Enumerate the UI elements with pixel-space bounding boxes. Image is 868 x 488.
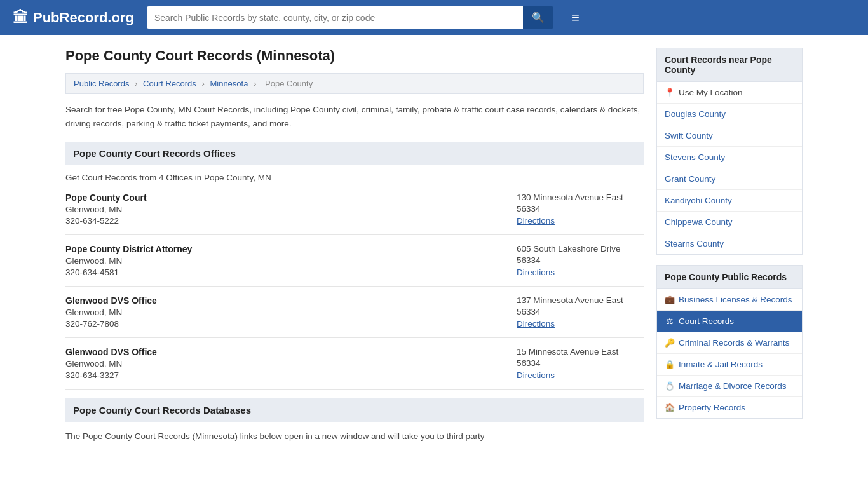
nearby-list-item[interactable]: Stearns County [657, 233, 802, 254]
directions-link[interactable]: Directions [517, 319, 555, 329]
office-zip: 56334 [517, 358, 644, 368]
nearby-label: Swift County [665, 131, 713, 140]
nearby-label: Douglas County [665, 109, 726, 119]
public-records-list-item[interactable]: 🔒Inmate & Jail Records [657, 354, 802, 376]
nearby-label: Grant County [665, 174, 715, 184]
office-phone: 320-762-7808 [65, 319, 157, 329]
content-area: Pope County Court Records (Minnesota) Pu… [65, 48, 644, 444]
office-zip: 56334 [517, 307, 644, 316]
office-address: 137 Minnesota Avenue East [517, 295, 644, 305]
offices-section-header: Pope County Court Records Offices [65, 142, 644, 165]
nearby-list-item[interactable]: 📍Use My Location [657, 82, 802, 104]
office-name: Glenwood DVS Office [65, 295, 157, 306]
sidebar-item-icon: 🔑 [665, 338, 675, 348]
location-icon: 📍 [665, 88, 675, 97]
sidebar-item-icon: ⚖ [665, 316, 675, 326]
offices-sub-desc: Get Court Records from 4 Offices in Pope… [65, 173, 644, 182]
nearby-list-item[interactable]: Grant County [657, 168, 802, 190]
sidebar-item-icon: 🔒 [665, 360, 675, 369]
menu-button[interactable]: ≡ [571, 10, 580, 26]
public-records-list-item[interactable]: 🔑Criminal Records & Warrants [657, 332, 802, 354]
breadcrumb: Public Records › Court Records › Minneso… [65, 73, 644, 94]
office-entry: Pope County District Attorney Glenwood, … [65, 244, 644, 287]
directions-link[interactable]: Directions [517, 370, 555, 380]
nearby-label: Stevens County [665, 152, 725, 162]
main-container: Pope County Court Records (Minnesota) Pu… [53, 35, 815, 456]
page-title: Pope County Court Records (Minnesota) [65, 48, 644, 64]
nearby-list-item[interactable]: Swift County [657, 125, 802, 147]
office-left: Pope County District Attorney Glenwood, … [65, 244, 192, 277]
public-records-list-item[interactable]: ⚖Court Records [657, 311, 802, 332]
nearby-list-item[interactable]: Douglas County [657, 104, 802, 125]
sidebar-item-label: Property Records [679, 403, 745, 412]
office-name: Glenwood DVS Office [65, 347, 157, 357]
sidebar-item-label: Business Licenses & Records [679, 295, 792, 304]
public-records-list-item[interactable]: 💍Marriage & Divorce Records [657, 376, 802, 397]
site-header: 🏛 PubRecord.org 🔍 ≡ [0, 0, 868, 35]
nearby-list-item[interactable]: Stevens County [657, 147, 802, 168]
public-records-list-item[interactable]: 💼Business Licenses & Records [657, 289, 802, 311]
breadcrumb-pope-county: Pope County [265, 79, 313, 88]
office-city: Glenwood, MN [65, 308, 157, 317]
office-zip: 56334 [517, 204, 644, 214]
office-name: Pope County District Attorney [65, 244, 192, 254]
sidebar-item-icon: 🏠 [665, 403, 675, 412]
nearby-list: 📍Use My LocationDouglas CountySwift Coun… [656, 82, 803, 255]
directions-link[interactable]: Directions [517, 268, 555, 277]
logo[interactable]: 🏛 PubRecord.org [13, 9, 134, 27]
office-entry: Pope County Court Glenwood, MN 320-634-5… [65, 193, 644, 235]
logo-text: PubRecord.org [33, 10, 134, 26]
databases-header: Pope County Court Records Databases [65, 398, 644, 422]
office-zip: 56334 [517, 255, 644, 265]
databases-section: Pope County Court Records Databases The … [65, 398, 644, 444]
nearby-label: Stearns County [665, 239, 724, 248]
office-right: 15 Minnesota Avenue East 56334 Direction… [517, 347, 644, 380]
logo-icon: 🏛 [13, 9, 28, 27]
office-right: 605 South Lakeshore Drive 56334 Directio… [517, 244, 644, 277]
office-phone: 320-634-3327 [65, 370, 157, 380]
nearby-label: Use My Location [679, 88, 743, 97]
search-button[interactable]: 🔍 [523, 6, 553, 29]
offices-list: Pope County Court Glenwood, MN 320-634-5… [65, 193, 644, 390]
public-records-section: Pope County Public Records 💼Business Lic… [656, 265, 803, 419]
directions-link[interactable]: Directions [517, 216, 555, 226]
public-records-header: Pope County Public Records [656, 265, 803, 289]
office-left: Glenwood DVS Office Glenwood, MN 320-634… [65, 347, 157, 380]
office-entry: Glenwood DVS Office Glenwood, MN 320-762… [65, 295, 644, 338]
nearby-label: Kandiyohi County [665, 196, 732, 205]
breadcrumb-public-records[interactable]: Public Records [74, 79, 129, 88]
office-left: Glenwood DVS Office Glenwood, MN 320-762… [65, 295, 157, 329]
office-address: 130 Minnesota Avenue East [517, 193, 644, 202]
office-left: Pope County Court Glenwood, MN 320-634-5… [65, 193, 147, 226]
public-records-list: 💼Business Licenses & Records⚖Court Recor… [656, 289, 803, 419]
office-city: Glenwood, MN [65, 359, 157, 369]
page-description: Search for free Pope County, MN Court Re… [65, 103, 644, 130]
menu-icon: ≡ [571, 10, 580, 25]
nearby-list-item[interactable]: Chippewa County [657, 212, 802, 233]
breadcrumb-minnesota[interactable]: Minnesota [210, 79, 248, 88]
sidebar-item-label: Marriage & Divorce Records [679, 381, 787, 391]
office-address: 15 Minnesota Avenue East [517, 347, 644, 356]
nearby-section: Court Records near Pope County 📍Use My L… [656, 48, 803, 255]
breadcrumb-court-records[interactable]: Court Records [143, 79, 196, 88]
sidebar-item-icon: 💍 [665, 381, 675, 391]
search-input[interactable] [147, 6, 523, 29]
sidebar-item-label: Criminal Records & Warrants [679, 338, 789, 348]
office-phone: 320-634-4581 [65, 268, 192, 277]
nearby-list-item[interactable]: Kandiyohi County [657, 190, 802, 212]
office-name: Pope County Court [65, 193, 147, 203]
search-icon: 🔍 [532, 12, 545, 23]
nearby-header: Court Records near Pope County [656, 48, 803, 82]
office-city: Glenwood, MN [65, 205, 147, 214]
sidebar-item-label: Inmate & Jail Records [679, 360, 763, 369]
public-records-list-item[interactable]: 🏠Property Records [657, 397, 802, 418]
sidebar: Court Records near Pope County 📍Use My L… [656, 48, 803, 444]
office-right: 137 Minnesota Avenue East 56334 Directio… [517, 295, 644, 329]
nearby-label: Chippewa County [665, 217, 733, 227]
office-phone: 320-634-5222 [65, 216, 147, 226]
office-entry: Glenwood DVS Office Glenwood, MN 320-634… [65, 347, 644, 390]
office-city: Glenwood, MN [65, 256, 192, 266]
sidebar-item-icon: 💼 [665, 295, 675, 304]
office-address: 605 South Lakeshore Drive [517, 244, 644, 254]
sidebar-item-label: Court Records [679, 316, 734, 326]
